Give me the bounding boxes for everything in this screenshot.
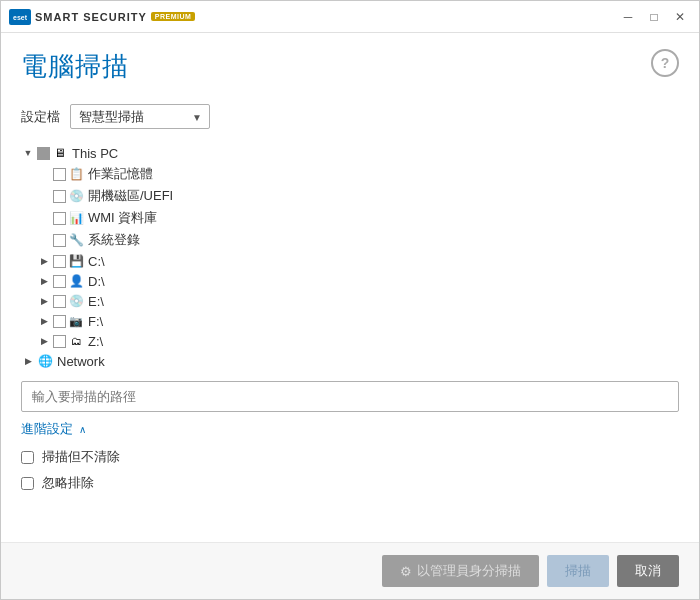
network-icon — [37, 353, 53, 369]
drive-z-icon — [68, 333, 84, 349]
checkbox-f[interactable] — [53, 315, 66, 328]
titlebar: eset SMART SECURITY PREMIUM ─ □ ✕ — [1, 1, 699, 33]
tree-label-network: Network — [57, 354, 105, 369]
drive-c-icon — [68, 253, 84, 269]
advanced-toggle-label: 進階設定 — [21, 420, 73, 438]
main-window: eset SMART SECURITY PREMIUM ─ □ ✕ 電腦掃描 ?… — [0, 0, 700, 600]
eset-logo: eset SMART SECURITY PREMIUM — [9, 9, 195, 25]
file-tree: This PC 作業記憶體 開機磁區/UEFI — [21, 143, 679, 371]
help-button[interactable]: ? — [651, 49, 679, 77]
gear-icon — [400, 564, 412, 579]
checkbox-memory[interactable] — [53, 168, 66, 181]
tree-label-wmi: WMI 資料庫 — [88, 209, 157, 227]
checkbox-z[interactable] — [53, 335, 66, 348]
disk-icon — [68, 188, 84, 204]
app-name: SMART SECURITY — [35, 11, 147, 23]
svg-text:eset: eset — [13, 14, 28, 21]
checkbox-c[interactable] — [53, 255, 66, 268]
drive-d-icon — [68, 273, 84, 289]
label-ignore-exclusions: 忽略排除 — [42, 474, 94, 492]
maximize-button[interactable]: □ — [643, 6, 665, 28]
tree-item-z[interactable]: Z:\ — [37, 331, 679, 351]
expand-z-icon[interactable] — [37, 334, 51, 348]
registry-icon — [68, 232, 84, 248]
tree-label-d: D:\ — [88, 274, 105, 289]
path-input-container — [21, 381, 679, 412]
minimize-button[interactable]: ─ — [617, 6, 639, 28]
label-scan-no-clean: 掃描但不清除 — [42, 448, 120, 466]
expand-c-icon[interactable] — [37, 254, 51, 268]
checkbox-wmi[interactable] — [53, 212, 66, 225]
expand-e-icon[interactable] — [37, 294, 51, 308]
tree-label-e: E:\ — [88, 294, 104, 309]
tree-label-z: Z:\ — [88, 334, 103, 349]
checkbox-ignore-exclusions[interactable] — [21, 477, 34, 490]
page-header: 電腦掃描 ? — [21, 49, 679, 84]
tree-item-memory[interactable]: 作業記憶體 — [37, 163, 679, 185]
tree-item-registry[interactable]: 系統登錄 — [37, 229, 679, 251]
checkbox-e[interactable] — [53, 295, 66, 308]
tree-item-this-pc[interactable]: This PC — [21, 143, 679, 163]
page-title: 電腦掃描 — [21, 49, 129, 84]
profile-row: 設定檔 智慧型掃描 深度掃描 自訂掃描 ▼ — [21, 104, 679, 129]
advanced-chevron-icon: ∧ — [79, 424, 86, 435]
tree-label-memory: 作業記憶體 — [88, 165, 153, 183]
drive-f-icon — [68, 313, 84, 329]
checkbox-scan-no-clean[interactable] — [21, 451, 34, 464]
tree-item-d[interactable]: D:\ — [37, 271, 679, 291]
tree-item-network[interactable]: Network — [21, 351, 679, 371]
tree-label-this-pc: This PC — [72, 146, 118, 161]
tree-item-e[interactable]: E:\ — [37, 291, 679, 311]
close-button[interactable]: ✕ — [669, 6, 691, 28]
content-area: 電腦掃描 ? 設定檔 智慧型掃描 深度掃描 自訂掃描 ▼ This PC — [1, 33, 699, 542]
admin-scan-label: 以管理員身分掃描 — [417, 562, 521, 580]
checkbox-uefi[interactable] — [53, 190, 66, 203]
tree-item-wmi[interactable]: WMI 資料庫 — [37, 207, 679, 229]
expand-network-icon[interactable] — [21, 354, 35, 368]
tree-label-registry: 系統登錄 — [88, 231, 140, 249]
tree-children-this-pc: 作業記憶體 開機磁區/UEFI WMI 資料庫 — [37, 163, 679, 351]
tree-label-f: F:\ — [88, 314, 103, 329]
premium-badge: PREMIUM — [151, 12, 196, 21]
checkbox-registry[interactable] — [53, 234, 66, 247]
profile-label: 設定檔 — [21, 108, 60, 126]
tree-item-f[interactable]: F:\ — [37, 311, 679, 331]
path-input[interactable] — [21, 381, 679, 412]
drive-e-icon — [68, 293, 84, 309]
tree-item-c[interactable]: C:\ — [37, 251, 679, 271]
option-ignore-exclusions: 忽略排除 — [21, 474, 679, 492]
tree-label-c: C:\ — [88, 254, 105, 269]
titlebar-controls: ─ □ ✕ — [617, 6, 691, 28]
expand-this-pc-icon[interactable] — [21, 146, 35, 160]
expand-d-icon[interactable] — [37, 274, 51, 288]
scan-button[interactable]: 掃描 — [547, 555, 609, 587]
advanced-options: 掃描但不清除 忽略排除 — [21, 448, 679, 492]
memory-icon — [68, 166, 84, 182]
admin-scan-button[interactable]: 以管理員身分掃描 — [382, 555, 539, 587]
option-scan-no-clean: 掃描但不清除 — [21, 448, 679, 466]
profile-select-wrapper[interactable]: 智慧型掃描 深度掃描 自訂掃描 ▼ — [70, 104, 210, 129]
titlebar-left: eset SMART SECURITY PREMIUM — [9, 9, 195, 25]
cancel-button[interactable]: 取消 — [617, 555, 679, 587]
wmi-icon — [68, 210, 84, 226]
eset-icon: eset — [9, 9, 31, 25]
expand-f-icon[interactable] — [37, 314, 51, 328]
advanced-toggle[interactable]: 進階設定 ∧ — [21, 420, 679, 438]
checkbox-d[interactable] — [53, 275, 66, 288]
tree-label-uefi: 開機磁區/UEFI — [88, 187, 173, 205]
profile-select[interactable]: 智慧型掃描 深度掃描 自訂掃描 — [70, 104, 210, 129]
tree-item-uefi[interactable]: 開機磁區/UEFI — [37, 185, 679, 207]
computer-icon — [52, 145, 68, 161]
checkbox-this-pc[interactable] — [37, 147, 50, 160]
footer: 以管理員身分掃描 掃描 取消 — [1, 542, 699, 599]
